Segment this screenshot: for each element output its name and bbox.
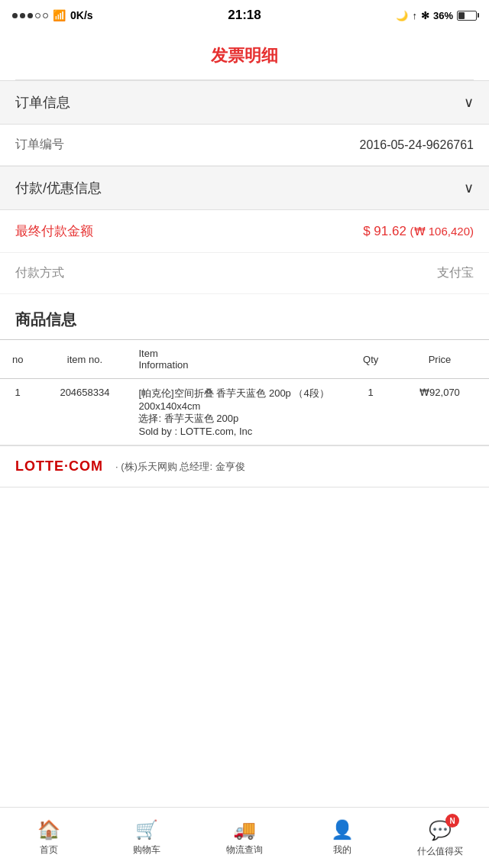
row-no: 1 [0,379,35,445]
nav-label-community: 什么值得买 [417,845,463,858]
amount-krw: (₩ 106,420) [410,225,474,238]
row-price: ₩92,070 [390,379,489,445]
order-section-title: 订单信息 [15,93,70,112]
payment-section-header[interactable]: 付款/优惠信息 ∨ [0,166,489,210]
bluetooth-icon: ✻ [421,10,429,21]
battery-icon [457,11,477,21]
battery-percent: 36% [433,10,453,21]
nav-label-home: 首页 [40,844,58,857]
home-icon: 🏠 [37,819,60,840]
col-header-itemno: item no. [35,340,134,379]
goods-section-title: 商品信息 [0,294,489,339]
goods-table-body: 1 204658334 [帕克伦]空间折叠 香芋天蓝色 200p （4段）200… [0,379,489,445]
nav-item-home[interactable]: 🏠 首页 [0,808,98,868]
profile-icon: 👤 [331,819,354,840]
truck-icon: 🚚 [233,819,256,840]
status-time: 21:18 [228,8,261,23]
community-badge: N [445,814,459,828]
lotte-logo: LOTTE·COM [15,458,103,474]
row-info: [帕克伦]空间折叠 香芋天蓝色 200p （4段）200x140x4cm 选择:… [134,379,351,445]
payment-method-label: 付款方式 [15,265,64,281]
amount-usd: $ 91.62 [363,224,406,238]
order-chevron-icon: ∨ [464,94,474,111]
cart-icon: 🛒 [135,819,158,840]
bottom-nav: 🏠 首页 🛒 购物车 🚚 物流查询 👤 我的 💬 N 什么值得买 [0,807,489,868]
moon-icon: 🌙 [396,10,408,21]
row-qty: 1 [351,379,390,445]
goods-table-head: no item no. Item Information Qty Price [0,340,489,379]
community-badge-wrapper: 💬 N [429,818,452,842]
goods-table: no item no. Item Information Qty Price 1… [0,339,489,445]
status-bar: 📶 0K/s 21:18 🌙 ↑ ✻ 36% [0,0,489,31]
nav-label-logistics: 物流查询 [226,844,263,857]
col-info-line1: Item [138,348,157,359]
nav-item-profile[interactable]: 👤 我的 [293,808,391,868]
speed-label: 0K/s [70,9,93,21]
lotte-info: · (株)乐天网购 总经理: 金亨俊 [115,460,245,474]
col-info-line2: Information [138,359,188,371]
payment-chevron-icon: ∨ [464,180,474,196]
nav-item-community[interactable]: 💬 N 什么值得买 [391,808,489,868]
col-header-qty: Qty [351,340,390,379]
col-header-info: Item Information [134,340,351,379]
nav-item-cart[interactable]: 🛒 购物车 [98,808,196,868]
signal-icon [12,13,48,18]
order-no-value: 2016-05-24-9626761 [360,138,474,152]
status-left: 📶 0K/s [12,9,93,21]
col-header-no: no [0,340,35,379]
row-itemno: 204658334 [35,379,134,445]
amount-values: $ 91.62 (₩ 106,420) [363,224,474,239]
wifi-icon: 📶 [53,9,66,21]
page-title: 发票明细 [0,31,489,79]
table-row: 1 204658334 [帕克伦]空间折叠 香芋天蓝色 200p （4段）200… [0,379,489,445]
location-icon: ↑ [412,10,417,21]
nav-label-profile: 我的 [333,844,351,857]
final-amount-row: 最终付款金额 $ 91.62 (₩ 106,420) [0,210,489,253]
order-section-header[interactable]: 订单信息 ∨ [0,80,489,125]
payment-method-value: 支付宝 [437,265,474,281]
order-no-row: 订单编号 2016-05-24-9626761 [0,125,489,166]
nav-label-cart: 购物车 [133,844,160,857]
col-header-price: Price [390,340,489,379]
order-no-label: 订单编号 [15,137,64,153]
payment-method-row: 付款方式 支付宝 [0,253,489,294]
payment-section-title: 付款/优惠信息 [15,179,102,197]
amount-label: 最终付款金额 [15,222,93,240]
status-right: 🌙 ↑ ✻ 36% [396,10,477,21]
nav-item-logistics[interactable]: 🚚 物流查询 [196,808,293,868]
lotte-footer: LOTTE·COM · (株)乐天网购 总经理: 金亨俊 [0,445,489,487]
